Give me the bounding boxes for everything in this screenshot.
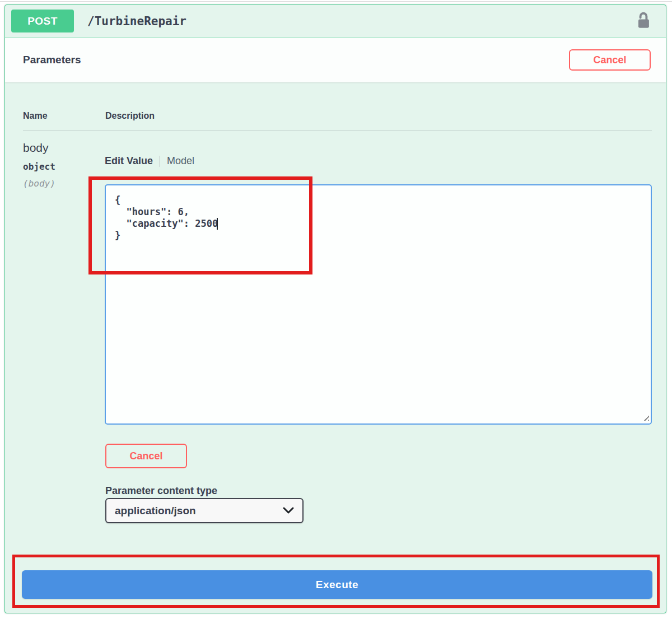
content-type-select[interactable]: application/json bbox=[105, 498, 304, 523]
execute-button[interactable]: Execute bbox=[22, 570, 652, 599]
operation-block-post: POST /TurbineRepair Parameters Cancel Na… bbox=[4, 4, 666, 613]
table-header-divider bbox=[23, 130, 652, 131]
name-column-header: Name bbox=[23, 111, 48, 121]
parameters-title: Parameters bbox=[23, 54, 81, 66]
tab-edit-value[interactable]: Edit Value bbox=[105, 155, 153, 167]
parameters-section-header: Parameters Cancel bbox=[5, 38, 666, 82]
description-column-header: Description bbox=[105, 111, 155, 121]
content-type-label: Parameter content type bbox=[105, 485, 217, 497]
parameter-type: object bbox=[23, 161, 55, 172]
body-value-textarea[interactable]: { "hours": 6, "capacity": 2500 } bbox=[105, 184, 652, 425]
content-type-select-wrap: application/json bbox=[105, 498, 304, 523]
unlock-icon bbox=[635, 11, 652, 31]
tab-separator bbox=[160, 156, 160, 167]
auth-lock-button[interactable] bbox=[632, 10, 655, 32]
tab-model[interactable]: Model bbox=[167, 155, 194, 167]
operation-summary[interactable]: POST /TurbineRepair bbox=[5, 5, 666, 38]
text-cursor bbox=[217, 218, 218, 230]
parameter-location: (body) bbox=[23, 178, 55, 189]
cancel-edit-button[interactable]: Cancel bbox=[105, 444, 187, 468]
value-tabs: Edit Value Model bbox=[105, 155, 194, 167]
method-badge: POST bbox=[11, 10, 74, 32]
body-value-wrap: { "hours": 6, "capacity": 2500 } bbox=[105, 184, 652, 425]
cancel-operation-button[interactable]: Cancel bbox=[569, 49, 651, 71]
page-top-divider bbox=[0, 1, 672, 2]
endpoint-path: /TurbineRepair bbox=[87, 15, 186, 28]
parameter-name: body bbox=[23, 141, 49, 155]
